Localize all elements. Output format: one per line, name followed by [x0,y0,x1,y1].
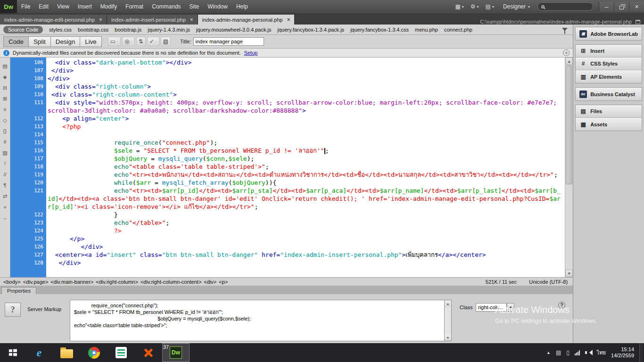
scroll-down-icon[interactable]: ▼ [565,270,573,277]
apply-comment-icon[interactable]: // [3,172,6,177]
preview-scrollbar[interactable]: ▲ ▼ [444,300,452,341]
panel-ap-elements[interactable]: ▥AP Elements [576,70,642,83]
cascade-window-icon[interactable] [636,20,640,24]
network-icon[interactable] [575,350,580,355]
code-line[interactable]: 123 echo"</table>"; [10,219,565,227]
menu-window[interactable]: Window [203,0,232,13]
show-hidden-icons[interactable]: ▲ [546,350,551,355]
taskbar-file-explorer[interactable] [53,343,80,362]
multiscreen-preview-button[interactable]: ▭▾ [108,37,121,46]
wrap-tag-icon[interactable]: ⇄ [3,193,7,199]
close-button[interactable]: × [629,2,644,12]
code-navigator-icon[interactable]: ◈ [3,74,7,80]
restore-button[interactable] [614,2,629,12]
related-file-bootstrap.css[interactable]: bootstrap.css [78,27,108,33]
related-file-jquery-1.4.3.min.js[interactable]: jquery-1.4.3.min.js [148,27,190,33]
highlight-invalid-code-icon[interactable]: ▨ [2,150,7,156]
code-line[interactable]: 122 } [10,211,565,219]
remove-comment-icon[interactable]: ¶ [4,182,7,188]
code-line[interactable]: 119 echo"<tr><td>พนักงาน</td><td>สถานะ</… [10,171,565,179]
related-file-connect.php[interactable]: connect.php [444,27,472,33]
tag-selector-item[interactable]: <div> [204,279,216,285]
menu-commands[interactable]: Commands [148,0,185,13]
menu-file[interactable]: File [17,0,34,13]
indent-code-icon[interactable]: → [2,215,8,221]
collapse-full-tag-icon[interactable]: ⊟ [3,85,7,90]
menu-site[interactable]: Site [185,0,204,13]
code-line[interactable]: 110 <div class="right-column-content"> [10,90,565,99]
menu-edit[interactable]: Edit [34,0,53,13]
menu-view[interactable]: View [53,0,74,13]
taskbar-orange-app[interactable] [135,343,162,362]
scrollbar-track[interactable] [565,65,573,270]
language-indicator[interactable]: ไทย [597,348,606,357]
tag-selector-item[interactable]: <div.right-column-content> [140,279,201,285]
view-button-design[interactable]: Design [50,36,81,47]
code-line[interactable]: 117 $objQuery = mysqli_query($conn,$sele… [10,155,565,163]
view-button-code[interactable]: Code [3,36,29,47]
tag-selector-item[interactable]: <p> [219,279,228,285]
menu-insert[interactable]: Insert [74,0,96,13]
tab-close-icon[interactable]: × [99,17,102,22]
panel-adobe-browserlab[interactable]: ▣Adobe BrowserLab [576,27,642,40]
volume-icon[interactable] [585,350,592,355]
code-line[interactable]: 109 <div class="right-column"> [10,82,565,90]
tag-selector-item[interactable]: <div.main-banner> [50,279,93,285]
class-dropdown-arrow-icon[interactable]: ▼ [507,303,514,312]
setup-link[interactable]: Setup [244,50,258,56]
code-line[interactable]: 106 <div class="dark-panel-bottom"></div… [10,58,565,66]
panel-business-catalyst[interactable]: bcBusiness Catalyst [576,88,642,100]
minimize-button[interactable]: – [599,2,614,12]
tag-selector-item[interactable]: <body> [3,279,21,285]
taskbar-dreamweaver[interactable]: 37 Dw [162,343,190,362]
taskbar-clock[interactable]: 15:14 14/2/2559 [611,346,634,359]
check-browser-compatibility-button[interactable]: ▧ [161,37,171,46]
code-line[interactable]: 112 <p align="center"> [10,115,565,123]
code-line[interactable]: 127 <center><a id="insert" class="btn bt… [10,251,565,259]
tag-selector-item[interactable]: <div.page> [23,279,49,285]
taskbar-green-app[interactable] [107,343,135,362]
expand-all-icon[interactable]: ≡ [3,107,6,112]
code-line[interactable]: 120 while($arr = mysqli_fetch_array($obj… [10,179,565,187]
code-line[interactable]: 108</div> [10,74,565,82]
line-numbers-icon[interactable]: # [3,139,6,145]
panel-css-styles[interactable]: #CSS Styles [576,58,642,70]
code-line[interactable]: 115 require_once("connect.php"); [10,139,565,147]
document-tab[interactable]: index-admin-manage-edit-personal.php× [0,15,107,25]
workspace-switcher[interactable]: Designer ▾ [498,3,535,10]
menu-format[interactable]: Format [121,0,148,13]
code-line[interactable]: 126 </div> [10,243,565,251]
code-line[interactable]: 113 <?php [10,123,565,131]
extend-gear-button[interactable]: ⚙▾ [467,3,482,10]
document-tab[interactable]: index-admin-insert-personal.php× [107,15,198,25]
tray-device-icon[interactable]: ▯ [566,349,570,356]
dreamweaver-logo-icon[interactable]: Dw [0,0,17,13]
source-code-button[interactable]: Source Code [3,26,43,33]
related-file-jquery.fancybox-1.3.4.css[interactable]: jquery.fancybox-1.3.4.css [350,27,409,33]
syntax-error-alerts-icon[interactable]: ! [4,161,6,166]
filter-related-files[interactable] [562,28,570,31]
show-desktop-button[interactable] [639,343,643,362]
preview-in-browser-button[interactable]: ◎▾ [122,37,135,46]
open-documents-icon[interactable]: ▤ [2,63,7,69]
tag-selector-item[interactable]: <div.right-column> [96,279,138,285]
recent-snippets-icon[interactable]: » [3,204,6,210]
tab-properties[interactable]: Properties [1,287,36,294]
info-close-icon[interactable]: × [563,49,570,56]
preview-scroll-down-icon[interactable]: ▼ [445,334,451,341]
code-line[interactable]: 107 </div> [10,66,565,74]
collapse-selection-icon[interactable]: ⊞ [3,96,7,101]
vertical-scrollbar[interactable]: ▲ ▼ [565,58,573,277]
view-button-split[interactable]: Split [28,36,51,47]
related-file-jquery.fancybox-1.3.4.pack.js[interactable]: jquery.fancybox-1.3.4.pack.js [277,27,344,33]
taskbar-chrome[interactable] [80,343,107,362]
class-dropdown[interactable]: right-colu... [476,303,507,312]
panel-files[interactable]: ▤Files [576,105,642,118]
document-tab[interactable]: index-admin-manage-personal.php× [198,15,295,25]
help-icon[interactable]: ? [558,302,565,309]
code-line[interactable]: 111 <div style="width:570px; height: 400… [10,99,565,115]
code-line[interactable]: 118 echo"<table class='table table-strip… [10,163,565,171]
tab-close-icon[interactable]: × [287,17,290,22]
tray-document-icon[interactable]: ▤ [556,349,561,356]
server-markup-preview[interactable]: require_once("connect.php"); $sele = "SE… [70,300,452,341]
